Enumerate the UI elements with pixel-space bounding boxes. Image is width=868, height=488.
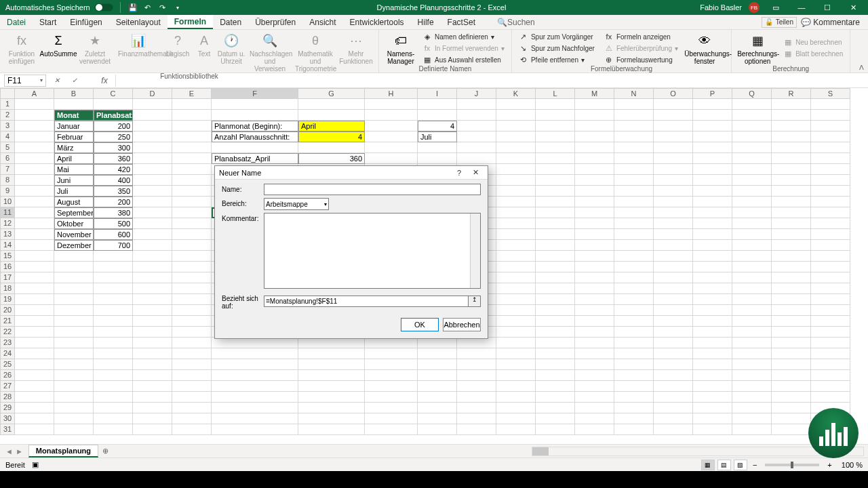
- cell[interactable]: [654, 316, 693, 327]
- cell[interactable]: [133, 218, 172, 229]
- error-check-button[interactable]: ⚠Fehlerüberprüfung ▾: [601, 43, 681, 54]
- qat-dropdown-icon[interactable]: ▾: [172, 2, 183, 13]
- cell[interactable]: [365, 348, 418, 359]
- cell[interactable]: [654, 294, 693, 305]
- cell[interactable]: [811, 121, 850, 131]
- add-sheet-icon[interactable]: ⊕: [98, 447, 112, 455]
- cell[interactable]: [54, 392, 94, 403]
- cell[interactable]: [575, 197, 614, 207]
- cell[interactable]: [172, 370, 212, 381]
- cell[interactable]: [212, 338, 298, 348]
- cell[interactable]: Planmonat (Beginn):: [212, 121, 298, 131]
- cell[interactable]: [811, 153, 850, 164]
- cell[interactable]: [365, 381, 418, 392]
- cell[interactable]: [654, 240, 693, 251]
- cell[interactable]: Dezember: [54, 240, 94, 251]
- cell[interactable]: [133, 251, 172, 262]
- cell[interactable]: [496, 99, 536, 110]
- cell[interactable]: [457, 338, 496, 348]
- column-header[interactable]: Q: [732, 88, 772, 99]
- cell[interactable]: August: [54, 197, 94, 207]
- dialog-cancel-button[interactable]: Abbrechen: [443, 318, 481, 331]
- cell[interactable]: [298, 413, 365, 424]
- calc-options-button[interactable]: ▦Berechnungs-optionen: [736, 31, 779, 65]
- cell[interactable]: [693, 424, 732, 435]
- search-box[interactable]: 🔍 Suchen: [490, 15, 542, 29]
- cell[interactable]: [133, 197, 172, 207]
- cell[interactable]: [772, 413, 811, 424]
- cell[interactable]: Januar: [54, 121, 94, 131]
- view-page-break-icon[interactable]: ▧: [734, 460, 747, 470]
- cell[interactable]: [536, 294, 575, 305]
- cell[interactable]: [54, 294, 94, 305]
- cell[interactable]: Februar: [54, 131, 94, 142]
- cell[interactable]: 350: [94, 186, 133, 197]
- evaluate-formula-button[interactable]: ⊕Formelauswertung: [601, 54, 681, 65]
- zoom-value[interactable]: 100 %: [842, 461, 863, 469]
- cell[interactable]: [811, 327, 850, 338]
- cell[interactable]: [536, 240, 575, 251]
- cell[interactable]: [693, 153, 732, 164]
- cell[interactable]: Planabsatz_April: [212, 153, 298, 164]
- cell[interactable]: [811, 251, 850, 262]
- cell[interactable]: [496, 424, 536, 435]
- cell[interactable]: [772, 121, 811, 131]
- row-header[interactable]: 23: [0, 338, 15, 348]
- row-header[interactable]: 15: [0, 251, 15, 262]
- cell[interactable]: [575, 153, 614, 164]
- cell[interactable]: [496, 413, 536, 424]
- cell[interactable]: [811, 131, 850, 142]
- row-header[interactable]: 16: [0, 262, 15, 272]
- cell[interactable]: [15, 110, 54, 121]
- cell[interactable]: [575, 110, 614, 121]
- cell[interactable]: [15, 294, 54, 305]
- cell[interactable]: [732, 251, 772, 262]
- cell[interactable]: [496, 186, 536, 197]
- cell[interactable]: [15, 359, 54, 370]
- column-header[interactable]: E: [172, 88, 212, 99]
- cell[interactable]: [133, 348, 172, 359]
- cell[interactable]: [536, 99, 575, 110]
- cell[interactable]: [496, 359, 536, 370]
- cell[interactable]: [172, 207, 212, 218]
- cell[interactable]: [298, 424, 365, 435]
- user-avatar[interactable]: FB: [749, 2, 760, 13]
- cell[interactable]: [575, 327, 614, 338]
- cell[interactable]: [693, 142, 732, 153]
- cell[interactable]: [54, 370, 94, 381]
- cell[interactable]: [133, 424, 172, 435]
- cell[interactable]: [614, 359, 654, 370]
- cell[interactable]: [172, 131, 212, 142]
- cell[interactable]: [15, 305, 54, 316]
- cell[interactable]: [575, 370, 614, 381]
- cell[interactable]: [133, 305, 172, 316]
- cell[interactable]: [15, 424, 54, 435]
- cell[interactable]: [693, 99, 732, 110]
- cell[interactable]: [496, 207, 536, 218]
- cell[interactable]: [811, 294, 850, 305]
- row-header[interactable]: 29: [0, 403, 15, 413]
- cell[interactable]: [133, 403, 172, 413]
- dlg-scope-select[interactable]: Arbeitsmappe▾: [264, 198, 329, 210]
- cell[interactable]: [365, 424, 418, 435]
- column-header[interactable]: O: [654, 88, 693, 99]
- cell[interactable]: [172, 197, 212, 207]
- collapse-ribbon-icon[interactable]: ᐱ: [859, 64, 864, 71]
- cell[interactable]: [172, 164, 212, 175]
- cell[interactable]: [496, 121, 536, 131]
- cell[interactable]: [172, 348, 212, 359]
- sheet-nav-next-icon[interactable]: ►: [16, 447, 23, 455]
- cell[interactable]: [172, 142, 212, 153]
- cell[interactable]: [575, 131, 614, 142]
- cell[interactable]: November: [54, 229, 94, 240]
- cell[interactable]: [575, 164, 614, 175]
- cell[interactable]: [772, 424, 811, 435]
- row-header[interactable]: 31: [0, 424, 15, 435]
- cell[interactable]: [654, 305, 693, 316]
- cell[interactable]: [614, 381, 654, 392]
- cell[interactable]: [496, 142, 536, 153]
- cell[interactable]: [693, 403, 732, 413]
- cell[interactable]: [693, 229, 732, 240]
- cell[interactable]: 300: [94, 142, 133, 153]
- ribbon-display-icon[interactable]: ▭: [766, 3, 785, 12]
